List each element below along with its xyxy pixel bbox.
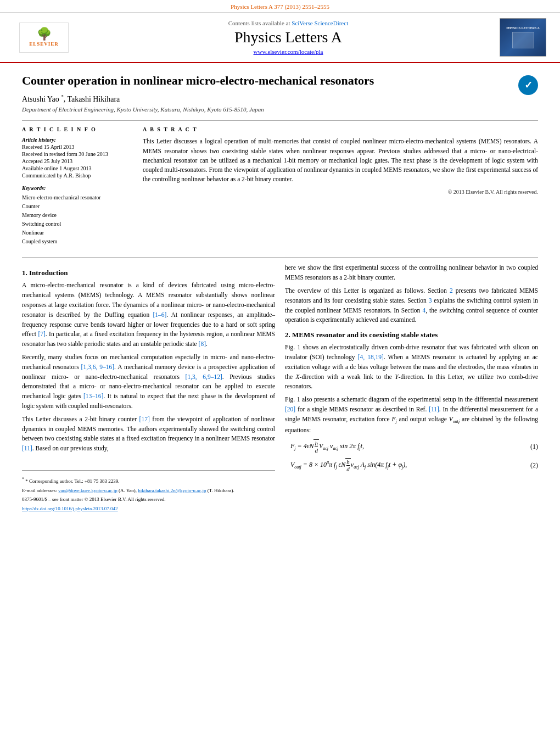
crossmark-badge[interactable]: ✓: [518, 75, 538, 95]
license-text: 0375-9601/$ – see front matter © 2013 El…: [22, 496, 166, 502]
eq2-text: Voutj = 8 × 108π fj εNhdvacj Aj sin(4π f…: [290, 458, 525, 472]
ref-link-4[interactable]: [1,3,6, 9–16]: [81, 364, 115, 370]
ref-link-6[interactable]: [13–16]: [83, 393, 103, 399]
journal-url-link[interactable]: www.elsevier.com/locate/pla: [254, 48, 323, 55]
footnote-emails: E-mail addresses: yao@dove.kuee.kyoto-u.…: [22, 487, 275, 494]
article-content: ✓ Counter operation in nonlinear micro-e…: [0, 63, 560, 257]
email1-name: (A. Yao),: [119, 488, 137, 493]
section2-title: 2. MEMS resonator and its coexisting sta…: [285, 331, 538, 339]
section1-para1: A micro-electro-mechanical resonator is …: [22, 281, 275, 349]
journal-title: Physics Letters A: [82, 29, 494, 46]
ref-sec4[interactable]: 4: [422, 307, 425, 314]
keyword-5: Nonlinear: [22, 228, 132, 237]
available-date: Available online 1 August 2013: [22, 165, 132, 171]
email-label: E-mail addresses:: [22, 488, 57, 493]
right-column: here we show the first experimental succ…: [285, 263, 538, 512]
doi-link[interactable]: http://dx.doi.org/10.1016/j.physleta.201…: [22, 506, 118, 511]
abstract-text: This Letter discusses a logical operatio…: [143, 137, 538, 184]
received-revised-date: Received in revised form 30 June 2013: [22, 151, 132, 157]
affiliation: Department of Electrical Engineering, Ky…: [22, 106, 538, 113]
footer-doi: http://dx.doi.org/10.1016/j.physleta.201…: [22, 505, 275, 512]
history-label: Article history:: [22, 137, 132, 143]
header-left: 🌳 ELSEVIER: [11, 23, 77, 53]
section1-para2: Recently, many studies focus on mechanic…: [22, 353, 275, 411]
ref-link-7[interactable]: [17]: [139, 416, 150, 422]
ref-link-2[interactable]: [7]: [38, 331, 45, 337]
top-bar: Physics Letters A 377 (2013) 2551–2555: [0, 0, 560, 13]
communicated-by: Communicated by A.R. Bishop: [22, 172, 132, 178]
keyword-4: Switching control: [22, 220, 132, 228]
section1-right-para1: here we show the first experimental succ…: [285, 263, 538, 283]
section-divider: [22, 257, 538, 258]
equation-2: Voutj = 8 × 108π fj εNhdvacj Aj sin(4π f…: [285, 458, 538, 472]
cover-image: [512, 32, 534, 48]
keyword-6: Coupled system: [22, 237, 132, 246]
section1-heading: 1. Introduction: [22, 269, 68, 277]
eq2-number: (2): [530, 461, 538, 470]
section2-para2: Fig. 1 also presents a schematic diagram…: [285, 395, 538, 435]
section1-right-para2: The overview of this Letter is organized…: [285, 286, 538, 325]
footer-license: 0375-9601/$ – see front matter © 2013 El…: [22, 496, 275, 503]
eq1-number: (1): [530, 443, 538, 451]
ref-sec2[interactable]: 2: [450, 287, 453, 294]
ref-link-diff[interactable]: [20]: [285, 406, 295, 412]
footnote-area: * * Corresponding author. Tel.: +81 75 3…: [22, 470, 275, 512]
sciverse-link[interactable]: SciVerse ScienceDirect: [292, 20, 348, 26]
ref-link-11[interactable]: [11]: [429, 406, 439, 412]
article-info-column: A R T I C L E I N F O Article history: R…: [22, 126, 132, 246]
two-column-section: A R T I C L E I N F O Article history: R…: [22, 126, 538, 246]
ref-link-1[interactable]: [1–6]: [153, 311, 166, 318]
contents-text: Contents lists available at: [228, 20, 290, 26]
journal-cover: PHYSICS LETTERS A: [500, 18, 546, 57]
article-abstract-column: A B S T R A C T This Letter discusses a …: [143, 126, 538, 246]
journal-reference: Physics Letters A 377 (2013) 2551–2555: [231, 3, 329, 10]
equation-1: Fj = 4εNhdVacj vacj sin 2π fjt, (1): [285, 439, 538, 454]
section2-para1: Fig. 1 shows an electrostatically driven…: [285, 343, 538, 392]
header-center: Contents lists available at SciVerse Sci…: [82, 20, 494, 55]
keywords-label: Keywords:: [22, 185, 132, 191]
main-body: 1. Introduction A micro-electro-mechanic…: [0, 263, 560, 512]
email-link-2[interactable]: hikihara.takashi.2n@kyoto-u.ac.jp: [138, 488, 206, 493]
keyword-2: Counter: [22, 202, 132, 211]
keyword-3: Memory device: [22, 211, 132, 220]
abstract-heading: A B S T R A C T: [143, 126, 538, 132]
left-column: 1. Introduction A micro-electro-mechanic…: [22, 263, 275, 512]
authors-text: Atsushi Yao *, Takashi Hikihara: [22, 95, 120, 103]
article-title: Counter operation in nonlinear micro-ele…: [22, 73, 538, 89]
elsevier-tree-icon: 🌳: [37, 28, 52, 40]
received-date: Received 15 April 2013: [22, 144, 132, 150]
contents-line: Contents lists available at SciVerse Sci…: [82, 20, 494, 26]
header-right: PHYSICS LETTERS A: [500, 18, 549, 57]
cover-title: PHYSICS LETTERS A: [506, 26, 540, 31]
ref-sec3[interactable]: 3: [429, 297, 432, 304]
email-link-1[interactable]: yao@dove.kuee.kyoto-u.ac.jp: [58, 488, 117, 493]
ref-link-5[interactable]: [1,3, 6,9–12]: [186, 373, 222, 380]
eq1-text: Fj = 4εNhdVacj vacj sin 2π fjt,: [290, 439, 525, 454]
section1-title: 1. Introduction: [22, 269, 275, 277]
footnote-corresponding: * * Corresponding author. Tel.: +81 75 3…: [22, 476, 275, 485]
section1-para3: This Letter discusses a 2-bit binary cou…: [22, 415, 275, 454]
elsevier-brand: ELSEVIER: [29, 41, 59, 47]
ref-link-8[interactable]: [11]: [22, 445, 32, 451]
copyright-line: © 2013 Elsevier B.V. All rights reserved…: [143, 189, 538, 195]
keyword-1: Micro-electro-mechanical resonator: [22, 193, 132, 202]
ref-link-3[interactable]: [8]: [199, 341, 206, 347]
divider: [22, 120, 538, 121]
authors: Atsushi Yao *, Takashi Hikihara: [22, 94, 538, 104]
section2-heading: 2. MEMS resonator and its coexisting sta…: [285, 331, 438, 339]
email2-name: (T. Hikihara).: [208, 488, 234, 493]
crossmark-icon: ✓: [524, 79, 533, 91]
journal-header: 🌳 ELSEVIER Contents lists available at S…: [0, 13, 560, 63]
journal-url: www.elsevier.com/locate/pla: [82, 48, 494, 55]
accepted-date: Accepted 25 July 2013: [22, 158, 132, 164]
ref-link-soi[interactable]: [4, 18,19]: [358, 354, 384, 360]
article-info-heading: A R T I C L E I N F O: [22, 126, 132, 132]
elsevier-logo: 🌳 ELSEVIER: [19, 23, 69, 53]
